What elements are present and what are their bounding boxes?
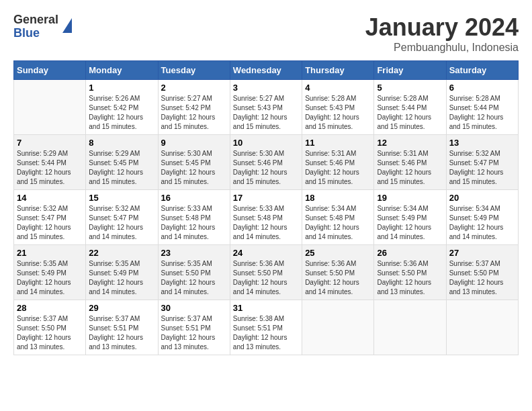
day-info: Sunrise: 5:34 AM Sunset: 5:48 PM Dayligh… [305,204,371,242]
calendar-cell: 14Sunrise: 5:32 AM Sunset: 5:47 PM Dayli… [14,190,86,245]
calendar-cell [14,80,86,135]
calendar-cell: 25Sunrise: 5:36 AM Sunset: 5:50 PM Dayli… [302,245,374,300]
header: General Blue January 2024 Pembuanghulu, … [13,13,519,54]
day-info: Sunrise: 5:30 AM Sunset: 5:45 PM Dayligh… [161,149,227,187]
day-number: 8 [89,138,154,148]
calendar-cell: 22Sunrise: 5:35 AM Sunset: 5:49 PM Dayli… [86,245,158,300]
day-info: Sunrise: 5:33 AM Sunset: 5:48 PM Dayligh… [233,204,299,242]
day-number: 5 [377,83,443,93]
day-info: Sunrise: 5:26 AM Sunset: 5:42 PM Dayligh… [89,94,154,132]
day-info: Sunrise: 5:32 AM Sunset: 5:47 PM Dayligh… [449,149,515,187]
calendar-cell: 29Sunrise: 5:37 AM Sunset: 5:51 PM Dayli… [86,300,158,355]
day-info: Sunrise: 5:37 AM Sunset: 5:50 PM Dayligh… [17,314,83,352]
day-info: Sunrise: 5:35 AM Sunset: 5:50 PM Dayligh… [161,259,227,297]
day-number: 18 [305,193,371,203]
calendar-cell: 26Sunrise: 5:36 AM Sunset: 5:50 PM Dayli… [374,245,446,300]
day-info: Sunrise: 5:37 AM Sunset: 5:51 PM Dayligh… [89,314,154,352]
day-info: Sunrise: 5:32 AM Sunset: 5:47 PM Dayligh… [89,204,154,242]
calendar-cell: 18Sunrise: 5:34 AM Sunset: 5:48 PM Dayli… [302,190,374,245]
calendar-cell: 12Sunrise: 5:31 AM Sunset: 5:46 PM Dayli… [374,135,446,190]
title-area: January 2024 Pembuanghulu, Indonesia [365,13,519,54]
calendar-cell: 30Sunrise: 5:37 AM Sunset: 5:51 PM Dayli… [158,300,230,355]
calendar-table: SundayMondayTuesdayWednesdayThursdayFrid… [13,60,519,355]
column-header-monday: Monday [86,61,158,80]
day-number: 9 [161,138,227,148]
day-number: 30 [161,303,227,313]
day-number: 17 [233,193,299,203]
day-info: Sunrise: 5:36 AM Sunset: 5:50 PM Dayligh… [233,259,299,297]
logo-blue: Blue [13,27,58,40]
day-number: 19 [377,193,443,203]
day-number: 10 [233,138,299,148]
day-info: Sunrise: 5:30 AM Sunset: 5:46 PM Dayligh… [233,149,299,187]
day-info: Sunrise: 5:35 AM Sunset: 5:49 PM Dayligh… [89,259,154,297]
calendar-cell: 27Sunrise: 5:37 AM Sunset: 5:50 PM Dayli… [446,245,518,300]
day-info: Sunrise: 5:35 AM Sunset: 5:49 PM Dayligh… [17,259,83,297]
calendar-week-row: 1Sunrise: 5:26 AM Sunset: 5:42 PM Daylig… [14,80,519,135]
day-number: 31 [233,303,299,313]
day-number: 14 [17,193,83,203]
day-info: Sunrise: 5:27 AM Sunset: 5:42 PM Dayligh… [161,94,227,132]
calendar-cell: 23Sunrise: 5:35 AM Sunset: 5:50 PM Dayli… [158,245,230,300]
day-number: 1 [89,83,154,93]
calendar-cell [302,300,374,355]
calendar-cell: 31Sunrise: 5:38 AM Sunset: 5:51 PM Dayli… [230,300,302,355]
day-info: Sunrise: 5:28 AM Sunset: 5:43 PM Dayligh… [305,94,371,132]
day-info: Sunrise: 5:37 AM Sunset: 5:51 PM Dayligh… [161,314,227,352]
day-info: Sunrise: 5:31 AM Sunset: 5:46 PM Dayligh… [305,149,371,187]
calendar-cell: 4Sunrise: 5:28 AM Sunset: 5:43 PM Daylig… [302,80,374,135]
day-info: Sunrise: 5:31 AM Sunset: 5:46 PM Dayligh… [377,149,443,187]
calendar-cell: 2Sunrise: 5:27 AM Sunset: 5:42 PM Daylig… [158,80,230,135]
logo-general: General [13,13,58,27]
calendar-week-row: 14Sunrise: 5:32 AM Sunset: 5:47 PM Dayli… [14,190,519,245]
column-header-thursday: Thursday [302,61,374,80]
day-number: 26 [377,248,443,258]
day-number: 21 [17,248,83,258]
day-number: 25 [305,248,371,258]
calendar-cell: 7Sunrise: 5:29 AM Sunset: 5:44 PM Daylig… [14,135,86,190]
calendar-cell: 9Sunrise: 5:30 AM Sunset: 5:45 PM Daylig… [158,135,230,190]
day-info: Sunrise: 5:34 AM Sunset: 5:49 PM Dayligh… [449,204,515,242]
day-info: Sunrise: 5:33 AM Sunset: 5:48 PM Dayligh… [161,204,227,242]
calendar-cell: 10Sunrise: 5:30 AM Sunset: 5:46 PM Dayli… [230,135,302,190]
day-number: 15 [89,193,154,203]
day-info: Sunrise: 5:28 AM Sunset: 5:44 PM Dayligh… [449,94,515,132]
day-number: 16 [161,193,227,203]
calendar-header-row: SundayMondayTuesdayWednesdayThursdayFrid… [14,61,519,80]
day-number: 28 [17,303,83,313]
day-number: 6 [449,83,515,93]
logo-triangle-icon [62,18,72,33]
calendar-cell: 21Sunrise: 5:35 AM Sunset: 5:49 PM Dayli… [14,245,86,300]
logo: General Blue [13,13,72,40]
column-header-tuesday: Tuesday [158,61,230,80]
day-number: 7 [17,138,83,148]
day-number: 12 [377,138,443,148]
calendar-cell: 28Sunrise: 5:37 AM Sunset: 5:50 PM Dayli… [14,300,86,355]
day-number: 27 [449,248,515,258]
day-number: 24 [233,248,299,258]
day-info: Sunrise: 5:37 AM Sunset: 5:50 PM Dayligh… [449,259,515,297]
day-info: Sunrise: 5:36 AM Sunset: 5:50 PM Dayligh… [377,259,443,297]
calendar-cell: 16Sunrise: 5:33 AM Sunset: 5:48 PM Dayli… [158,190,230,245]
calendar-cell: 6Sunrise: 5:28 AM Sunset: 5:44 PM Daylig… [446,80,518,135]
day-info: Sunrise: 5:29 AM Sunset: 5:45 PM Dayligh… [89,149,154,187]
calendar-cell [374,300,446,355]
day-number: 11 [305,138,371,148]
location-subtitle: Pembuanghulu, Indonesia [365,42,519,54]
calendar-cell: 15Sunrise: 5:32 AM Sunset: 5:47 PM Dayli… [86,190,158,245]
calendar-cell: 17Sunrise: 5:33 AM Sunset: 5:48 PM Dayli… [230,190,302,245]
day-number: 22 [89,248,154,258]
day-info: Sunrise: 5:28 AM Sunset: 5:44 PM Dayligh… [377,94,443,132]
column-header-sunday: Sunday [14,61,86,80]
day-number: 3 [233,83,299,93]
calendar-week-row: 7Sunrise: 5:29 AM Sunset: 5:44 PM Daylig… [14,135,519,190]
column-header-saturday: Saturday [446,61,518,80]
calendar-cell: 24Sunrise: 5:36 AM Sunset: 5:50 PM Dayli… [230,245,302,300]
day-info: Sunrise: 5:27 AM Sunset: 5:43 PM Dayligh… [233,94,299,132]
calendar-cell: 8Sunrise: 5:29 AM Sunset: 5:45 PM Daylig… [86,135,158,190]
calendar-cell: 20Sunrise: 5:34 AM Sunset: 5:49 PM Dayli… [446,190,518,245]
calendar-cell: 19Sunrise: 5:34 AM Sunset: 5:49 PM Dayli… [374,190,446,245]
logo-text: General Blue [13,13,58,40]
day-info: Sunrise: 5:29 AM Sunset: 5:44 PM Dayligh… [17,149,83,187]
day-info: Sunrise: 5:32 AM Sunset: 5:47 PM Dayligh… [17,204,83,242]
